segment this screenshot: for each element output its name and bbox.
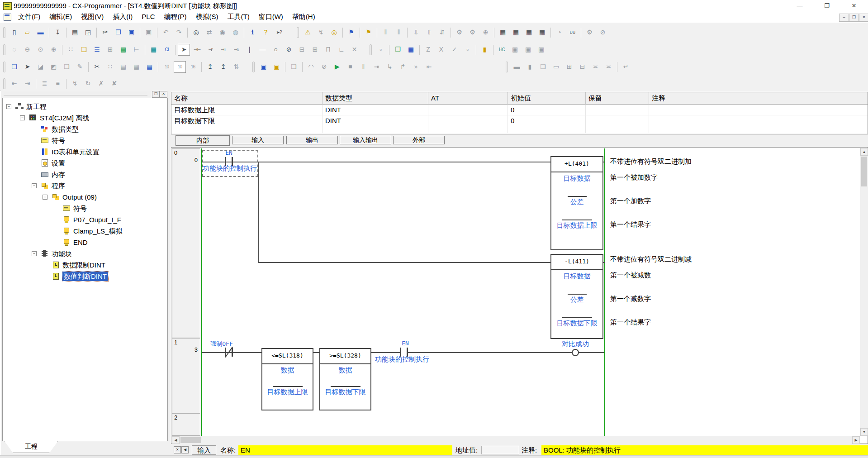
operand[interactable]: 目标数据下限: [551, 319, 602, 327]
pause-monitor-icon[interactable]: ‖: [379, 27, 392, 38]
menu-item-1[interactable]: 编辑(E): [45, 12, 76, 23]
coil-tool-icon[interactable]: ○: [270, 44, 282, 56]
var-table-cell[interactable]: [586, 105, 649, 115]
fb-invocation-icon[interactable]: Π: [322, 44, 334, 56]
tree-item-14[interactable]: 数据限制DINT: [3, 259, 167, 271]
tree-expander-icon[interactable]: −: [43, 195, 47, 200]
delete-line-icon[interactable]: ✕: [348, 44, 360, 56]
var-bar-prev-button[interactable]: ◀: [181, 446, 189, 453]
var-table-cell[interactable]: [586, 126, 649, 134]
coil-output[interactable]: [572, 349, 579, 356]
tab-2[interactable]: 输出: [286, 136, 338, 144]
contact-en-label[interactable]: EN: [222, 149, 236, 156]
hand-tool-icon[interactable]: ▤: [117, 61, 129, 73]
menu-item-4[interactable]: PLC: [137, 12, 159, 23]
var-table-cell[interactable]: 0: [508, 115, 586, 126]
var-table-header-4[interactable]: 保留: [586, 92, 649, 105]
grid-icon[interactable]: ∷: [65, 44, 77, 56]
new-file-icon[interactable]: ▯: [8, 27, 20, 38]
var-table-header-1[interactable]: 数据类型: [323, 92, 428, 105]
var-table-cell[interactable]: [649, 105, 868, 115]
var-table-cell[interactable]: [428, 115, 508, 126]
panel-grabber[interactable]: [4, 93, 147, 95]
zoom-out-icon[interactable]: ⊖: [21, 44, 33, 56]
tree-expander-icon[interactable]: −: [20, 115, 25, 120]
menu-item-3[interactable]: 插入(I): [108, 12, 137, 23]
open-file-icon[interactable]: ▱: [21, 27, 33, 38]
var-table-cell[interactable]: DINT: [323, 105, 428, 115]
instruction-block-sub[interactable]: -L(411) 目标数据 公差 目标数据下限: [550, 254, 603, 339]
context-help-icon[interactable]: ➤?: [273, 27, 285, 38]
io-table-toolbar-icon[interactable]: ▦: [497, 27, 509, 38]
compile-icon[interactable]: ↯: [315, 27, 327, 38]
pointer-icon[interactable]: ➤: [21, 61, 33, 73]
toolbar-handle[interactable]: [297, 27, 299, 38]
fb-protect-icon[interactable]: ▦: [405, 44, 417, 56]
menu-item-7[interactable]: 工具(T): [223, 12, 254, 23]
instruction-block-add[interactable]: +L(401) 目标数据 公差 目标数据上限: [550, 156, 603, 250]
options-icon[interactable]: ⊘: [597, 27, 609, 38]
var-table-cell[interactable]: [649, 126, 868, 134]
tree-item-1[interactable]: −ST4[CJ2M] 离线: [3, 112, 167, 124]
menu-item-6[interactable]: 模拟(S): [191, 12, 223, 23]
tile-vertical-icon[interactable]: ▮: [524, 61, 536, 73]
tree-item-2[interactable]: 数据类型: [3, 124, 167, 135]
contact-no-icon[interactable]: ⊣⊢: [191, 44, 203, 56]
tab-0[interactable]: 内部: [175, 135, 230, 146]
var-table-header-0[interactable]: 名称: [171, 92, 323, 105]
paste-icon[interactable]: ▣: [125, 27, 138, 38]
ladder-monitor-icon[interactable]: ▤: [117, 44, 129, 56]
toolbar-handle[interactable]: [3, 78, 5, 89]
window5-icon[interactable]: ⊞: [563, 61, 575, 73]
var-table-cell[interactable]: DINT: [323, 115, 428, 126]
replace-icon[interactable]: ⇄: [203, 27, 215, 38]
var-table-cell[interactable]: [649, 115, 868, 126]
rung-list-icon[interactable]: ≣: [38, 78, 51, 90]
memory-card-icon[interactable]: ▦: [523, 27, 535, 38]
var-table-cell[interactable]: [428, 105, 508, 115]
watch-window-icon[interactable]: ◔: [553, 27, 565, 38]
contact-up-icon[interactable]: ⊣↑: [217, 44, 229, 56]
undo-icon[interactable]: ↶: [160, 27, 172, 38]
tree-item-13[interactable]: −功能块: [3, 248, 167, 259]
compare-icon[interactable]: ⇵: [436, 27, 448, 38]
print-preview-icon[interactable]: ◲: [82, 27, 94, 38]
mdi-minimize-button[interactable]: –: [839, 14, 849, 22]
var-table-cell[interactable]: [323, 126, 428, 134]
tree-item-15[interactable]: 数值判断DINT: [3, 271, 167, 282]
restore-button[interactable]: ❐: [816, 0, 837, 12]
zoom-in-icon[interactable]: ⊕: [47, 44, 60, 56]
indent-icon[interactable]: ⇥: [21, 78, 33, 90]
stop-icon[interactable]: ■: [344, 61, 356, 73]
operand[interactable]: 数据: [262, 366, 313, 374]
paste-special-icon[interactable]: ▣: [142, 27, 155, 38]
horizontal-scrollbar[interactable]: ◀ ▶: [172, 436, 860, 444]
menu-item-2[interactable]: 视图(V): [76, 12, 108, 23]
tab-3[interactable]: 输入输出: [340, 136, 391, 144]
fb-io-icon[interactable]: ▫: [375, 44, 387, 56]
contact-down-icon[interactable]: ⊣↓: [230, 44, 242, 56]
force-on-icon[interactable]: ↯: [69, 78, 81, 90]
operand[interactable]: 目标数据下限: [320, 388, 370, 396]
tree-item-8[interactable]: −Output (09): [3, 191, 167, 203]
online-monitor-icon[interactable]: ⚑: [345, 27, 357, 38]
info-icon[interactable]: ℹ: [247, 27, 259, 38]
simulator2-icon[interactable]: ▣: [270, 61, 283, 73]
find-next-icon[interactable]: ◉: [216, 27, 228, 38]
fb-edit-icon[interactable]: ✂: [91, 61, 103, 73]
coil-nc-tool-icon[interactable]: ⊘: [283, 44, 295, 56]
arrange-icons-icon[interactable]: ▭: [550, 61, 562, 73]
force-cancel-all-icon[interactable]: ✘: [108, 78, 120, 90]
tile-horizontal-icon[interactable]: ▬: [511, 61, 523, 73]
work-online-icon[interactable]: ⚙: [453, 27, 465, 38]
diff-b-icon[interactable]: X: [435, 44, 447, 56]
tree-item-4[interactable]: IO表和单元设置: [3, 146, 167, 157]
cascade-icon[interactable]: ❏: [537, 61, 549, 73]
tree-item-5[interactable]: 设置: [3, 157, 167, 169]
pause-sim-icon[interactable]: ◠: [305, 61, 317, 73]
help-icon[interactable]: ?: [260, 27, 272, 38]
scroll-left-button[interactable]: ◀: [172, 436, 180, 444]
toolbar-handle[interactable]: [3, 27, 5, 38]
diff-a-icon[interactable]: Z: [422, 44, 434, 56]
download-icon[interactable]: ⇩: [410, 27, 422, 38]
